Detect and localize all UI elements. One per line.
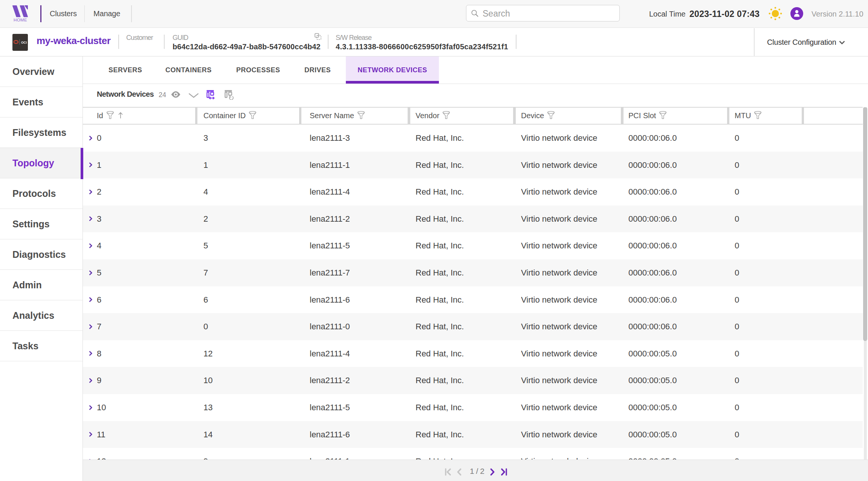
svg-text:OCI: OCI bbox=[21, 41, 27, 44]
